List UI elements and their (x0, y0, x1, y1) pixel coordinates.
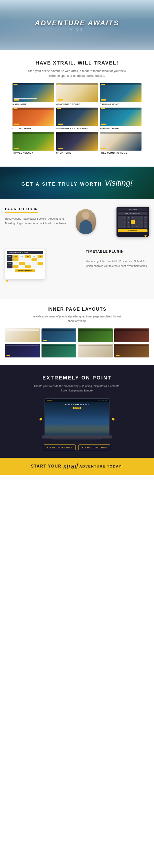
tt-cell: WED (25, 255, 31, 258)
nav-item (98, 400, 100, 401)
inner-btn (6, 355, 10, 356)
hero-text-container: ADVENTURE AWAITS RIDE (35, 19, 119, 31)
inner-page-thumb-1[interactable] (5, 329, 40, 342)
thumb-nav-dot-8 (57, 132, 61, 133)
xtrail-intro-section: HAVE XTRAIL, WILL TRAVEL! Start your onl… (0, 50, 154, 162)
demo-item-adventure-cat[interactable]: ADVENTURE CATEGORIES (56, 107, 98, 130)
thumb-btn-9 (101, 148, 106, 149)
booked-mockup: January PICK A DATE & PITY YOU S M T W T… (73, 207, 149, 242)
cal-day-active: 4 (131, 220, 135, 224)
footer-suffix: ADVENTURE TODAY! (79, 464, 123, 468)
yellow-dot-2 (6, 280, 8, 282)
timetable-plugin-text: TIMETABLE PLUGIN You also get the Timeta… (86, 249, 149, 268)
demo-item-travel[interactable]: TRAVEL AGENCY (12, 132, 54, 154)
cal-day: T (135, 216, 139, 220)
cal-day: F (139, 216, 143, 220)
tt-cell (31, 258, 37, 261)
demo-item-cycling[interactable]: CYCLING HOME (12, 107, 54, 130)
tt-cell: THU (31, 255, 37, 258)
footer-script: xtrail (63, 462, 78, 470)
demo-thumb-main-home (12, 83, 54, 102)
footer-banner: START YOUR xtrail ADVENTURE TODAY! (0, 458, 154, 475)
thumb-nav-2 (56, 83, 98, 85)
tt-cell (19, 262, 25, 265)
demo-item-adventure-tours[interactable]: ADVENTURE TOURS (56, 83, 98, 105)
inner-page-thumb-4[interactable] (114, 329, 149, 342)
tt-cell: 8:00 (7, 258, 12, 261)
booked-plugin-heading: BOOKED PLUGIN (5, 207, 38, 213)
hero-title: ADVENTURE AWAITS (35, 19, 119, 27)
timetable-tablet: OUR AWESOME TOURS TIME MON TUE WED THU F… (5, 249, 45, 279)
cal-day: 6 (139, 220, 143, 224)
laptop-foot (52, 438, 102, 439)
inner-page-thumb-5[interactable] (5, 344, 40, 358)
onpoint-heading: EXTREMELY ON POINT (5, 375, 149, 381)
cal-day: M (122, 216, 126, 220)
demo-label-adventure-cat: ADVENTURE CATEGORIES (56, 127, 88, 130)
left-dot (39, 418, 42, 421)
visiting-text: GET A SITE TRULY WORTH Visiting! (22, 178, 133, 188)
thumb-content (14, 98, 53, 100)
laptop-mockup: XTRAIL CAMP IS BACK EXPLORE (42, 398, 112, 440)
thumb-nav-4 (12, 107, 54, 110)
demo-thumb-cycling (12, 107, 54, 126)
inner-pages-section: INNER PAGE LAYOUTS A wide assortment of … (0, 299, 154, 365)
demo-item-camping[interactable]: CAMPING HOME (100, 83, 142, 105)
onpoint-description: Create your website the smooth way – stu… (33, 384, 121, 393)
booked-person-image (76, 209, 96, 234)
tt-row-2: 8:00 (7, 258, 43, 261)
demo-item-free-climbing[interactable]: FREE CLIMBING HOME (100, 132, 142, 154)
inner-page-thumb-3[interactable] (78, 329, 113, 342)
thumb-nav-5 (56, 107, 98, 110)
tt-cell (37, 266, 43, 269)
onpoint-section: EXTREMELY ON POINT Create your website t… (0, 365, 154, 458)
demo-item-surfing[interactable]: SURFING HOME (100, 107, 142, 130)
demo-label-camping: CAMPING HOME (100, 103, 119, 105)
cal-day: 12 (135, 224, 139, 228)
inner-nav-bar (42, 345, 75, 346)
tt-explore-btn[interactable]: EXPLORE MORE TOURS (15, 270, 35, 272)
tt-cell (37, 262, 43, 265)
btn-xtrail-cause-1[interactable]: XTRAIL YOUR CAUSE (44, 444, 75, 450)
timetable-plugin-description: You also get the Timetable Responsive Sc… (86, 259, 149, 268)
demo-label-cycling: CYCLING HOME (12, 127, 31, 130)
demo-label-main-home: MAIN HOME (12, 103, 27, 105)
demo-thumb-adventure-cat (56, 107, 98, 126)
thumb-nav-dot-2 (57, 84, 61, 85)
thumb-nav-dot-4 (13, 108, 18, 109)
inner-page-thumb-2[interactable] (41, 329, 76, 342)
laptop-screen-content: XTRAIL CAMP IS BACK EXPLORE (45, 399, 109, 435)
demo-item-main-home[interactable]: MAIN HOME (12, 83, 54, 105)
visiting-main-text: GET A SITE TRULY WORTH (22, 182, 102, 187)
thumb-nav-9 (100, 132, 142, 134)
cal-day: 3 (126, 220, 130, 224)
hero-subtitle: RIDE (35, 28, 119, 31)
thumb-nav-8 (56, 132, 98, 134)
btn-xtrail-cause-2[interactable]: XTRAIL YOUR CAUSE (79, 444, 110, 450)
tt-cell: TUE (19, 255, 25, 258)
demo-label-travel: TRAVEL AGENCY (12, 152, 33, 154)
thumb-nav-3 (100, 83, 142, 85)
tt-header: OUR AWESOME TOURS (7, 251, 43, 254)
laptop-screen-nav (45, 399, 109, 402)
screen-headline: XTRAIL CAMP IS BACK EXPLORE (45, 404, 109, 409)
mountain-overlay (45, 420, 109, 435)
demo-grid: MAIN HOME ADVENTURE TOURS CAMPING HOME (7, 83, 147, 154)
thumb-btn-7 (14, 148, 19, 149)
visiting-script-text: Visiting! (105, 178, 132, 187)
cal-day: 8 (118, 224, 122, 228)
inner-page-thumb-6[interactable] (41, 344, 76, 358)
inner-page-thumb-8[interactable] (114, 344, 149, 358)
thumb-nav-dot-3 (101, 84, 105, 85)
inner-page-thumb-7[interactable] (78, 344, 113, 358)
inner-pages-description: A wide assortment of practical predesign… (30, 314, 124, 323)
tt-cell (25, 266, 31, 269)
tt-cell (19, 266, 25, 269)
booked-plugin-row: BOOKED PLUGIN Reservations made easy! Bo… (5, 207, 149, 242)
demo-thumb-surfing (100, 107, 142, 126)
demo-item-shop[interactable]: SHOP HOME (56, 132, 98, 154)
tt-cell (25, 262, 31, 265)
tt-cell: MON (13, 255, 19, 258)
cal-day: T (126, 216, 130, 220)
booked-book-now-btn[interactable]: BOOK NOW (118, 229, 148, 232)
